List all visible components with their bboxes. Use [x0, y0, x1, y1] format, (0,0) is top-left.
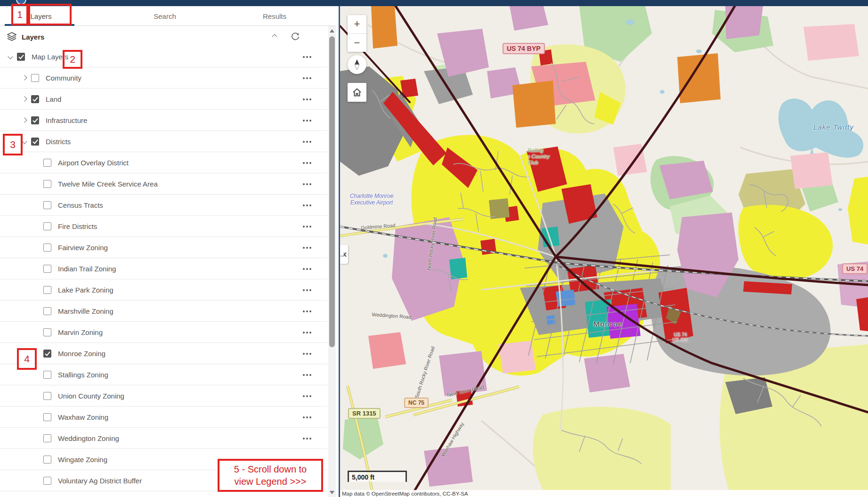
layer-checkbox[interactable]: [17, 53, 25, 61]
map-canvas[interactable]: [340, 6, 868, 497]
annotation-step-1: 1: [11, 4, 28, 25]
ellipsis-menu-icon[interactable]: [303, 110, 311, 131]
layer-row-marshville-zoning[interactable]: Marshville Zoning: [0, 301, 327, 322]
ellipsis-menu-icon[interactable]: [303, 428, 311, 449]
ellipsis-menu-icon[interactable]: [303, 195, 311, 216]
ellipsis-menu-icon[interactable]: [303, 279, 311, 301]
layer-row-map-layers[interactable]: Map Layers: [0, 46, 327, 67]
layer-checkbox[interactable]: [43, 222, 51, 230]
chevron-down-icon[interactable]: [7, 53, 14, 60]
layer-row-airport-overlay[interactable]: Airport Overlay District: [0, 152, 327, 173]
ellipsis-menu-icon[interactable]: [303, 216, 311, 237]
layer-row-indian-trail-zoning[interactable]: Indian Trail Zoning: [0, 258, 327, 279]
scrollbar-up-arrow[interactable]: [328, 27, 336, 34]
route-badge-nc75: NC 75: [404, 398, 429, 408]
panel-map-divider: [336, 6, 340, 497]
route-stack-label: US 74 US 601: [673, 332, 688, 342]
layer-row-weddington-zoning[interactable]: Weddington Zoning: [0, 428, 327, 449]
layer-checkbox[interactable]: [43, 434, 51, 442]
monroe-city-label: Monroe: [593, 320, 623, 328]
home-icon: [352, 87, 362, 98]
layer-row-fire-districts[interactable]: Fire Districts: [0, 216, 327, 237]
layer-checkbox[interactable]: [43, 265, 51, 273]
route-badge-us74byp: US 74 BYP: [503, 43, 545, 54]
layer-row-marvin-zoning[interactable]: Marvin Zoning: [0, 322, 327, 343]
ellipsis-menu-icon[interactable]: [303, 385, 311, 407]
tab-search[interactable]: Search: [154, 6, 176, 26]
panel-scrollbar[interactable]: [328, 26, 336, 497]
layer-checkbox[interactable]: [43, 201, 51, 209]
layers-widget-header: Layers: [0, 26, 336, 48]
layer-row-monroe-zoning[interactable]: Monroe Zoning: [0, 343, 327, 364]
scrollbar-thumb[interactable]: [329, 36, 335, 347]
lake-twitty-label: Lake Twitty: [813, 123, 854, 131]
scrollbar-down-arrow[interactable]: [328, 489, 336, 496]
map-attribution: Map data © OpenStreetMap contributors, C…: [340, 490, 868, 497]
layer-row-land[interactable]: Land: [0, 89, 327, 110]
layer-tree: Map Layers Community Land Infrastructure…: [0, 46, 327, 491]
ellipsis-menu-icon[interactable]: [303, 364, 311, 385]
layer-row-infrastructure[interactable]: Infrastructure: [0, 110, 327, 131]
layers-panel: Layers Search Results Layers: [0, 6, 336, 497]
refresh-icon[interactable]: [291, 32, 300, 41]
layer-checkbox[interactable]: [43, 456, 51, 464]
airport-label: Charlotte Monroe Executive Airport: [346, 193, 397, 206]
chevron-left-icon: [341, 251, 348, 258]
panel-collapse-handle[interactable]: [340, 245, 348, 264]
layer-checkbox[interactable]: [43, 180, 51, 188]
layers-stack-icon: [7, 32, 17, 41]
ellipsis-menu-icon[interactable]: [303, 258, 311, 279]
ellipsis-menu-icon[interactable]: [303, 67, 311, 89]
tab-results[interactable]: Results: [263, 6, 286, 26]
layer-row-census-tracts[interactable]: Census Tracts: [0, 195, 327, 216]
layer-row-stallings-zoning[interactable]: Stallings Zoning: [0, 364, 327, 385]
top-header-bar: [0, 0, 868, 6]
ellipsis-menu-icon[interactable]: [303, 173, 311, 195]
layer-checkbox[interactable]: [43, 413, 51, 421]
layer-row-union-county-zoning[interactable]: Union County Zoning: [0, 385, 327, 407]
layer-checkbox[interactable]: [31, 95, 39, 103]
compass-button[interactable]: [348, 55, 366, 74]
ellipsis-menu-icon[interactable]: [303, 322, 311, 343]
map-view[interactable]: + − US 74 BYP US 74 NC 75 SR 1315 Lake T…: [340, 6, 868, 497]
annotation-step-4: 4: [17, 348, 37, 370]
ellipsis-menu-icon[interactable]: [303, 343, 311, 364]
ellipsis-menu-icon[interactable]: [303, 237, 311, 258]
layer-checkbox[interactable]: [43, 477, 51, 485]
ellipsis-menu-icon[interactable]: [303, 301, 311, 322]
scale-bar: 5,000 ft: [348, 471, 407, 482]
ellipsis-menu-icon[interactable]: [303, 152, 311, 173]
layer-checkbox[interactable]: [43, 159, 51, 167]
zoom-in-button[interactable]: +: [348, 15, 366, 33]
layer-checkbox[interactable]: [43, 350, 51, 358]
ellipsis-menu-icon[interactable]: [303, 89, 311, 110]
layer-row-community[interactable]: Community: [0, 67, 327, 89]
home-button[interactable]: [348, 83, 366, 102]
chevron-right-icon[interactable]: [21, 74, 28, 81]
layer-checkbox[interactable]: [43, 328, 51, 336]
ellipsis-menu-icon[interactable]: [303, 407, 311, 428]
chevron-right-icon[interactable]: [21, 116, 28, 124]
collapse-all-icon[interactable]: [271, 33, 278, 41]
layer-checkbox[interactable]: [43, 307, 51, 315]
country-club-label: Rolling s Country Club: [527, 147, 550, 166]
annotation-step-5: 5 - Scroll down to view Legend >>>: [218, 459, 323, 492]
layer-row-twelve-mile-creek[interactable]: Twelve Mile Creek Service Area: [0, 173, 327, 195]
ellipsis-menu-icon[interactable]: [303, 46, 311, 67]
annotation-step-3: 3: [3, 134, 23, 155]
layer-checkbox[interactable]: [31, 138, 39, 146]
layer-checkbox[interactable]: [43, 371, 51, 379]
layer-row-lake-park-zoning[interactable]: Lake Park Zoning: [0, 279, 327, 301]
ellipsis-menu-icon[interactable]: [303, 131, 311, 152]
layer-row-fairview-zoning[interactable]: Fairview Zoning: [0, 237, 327, 258]
layer-checkbox[interactable]: [43, 392, 51, 400]
layer-checkbox[interactable]: [31, 74, 39, 82]
layer-checkbox[interactable]: [31, 116, 39, 124]
layer-checkbox[interactable]: [43, 286, 51, 294]
layer-checkbox[interactable]: [43, 244, 51, 252]
layer-row-districts[interactable]: Districts: [0, 131, 327, 152]
chevron-right-icon[interactable]: [21, 95, 28, 103]
zoom-out-button[interactable]: −: [348, 34, 366, 52]
layer-row-waxhaw-zoning[interactable]: Waxhaw Zoning: [0, 407, 327, 428]
route-badge-us74: US 74: [842, 263, 868, 274]
